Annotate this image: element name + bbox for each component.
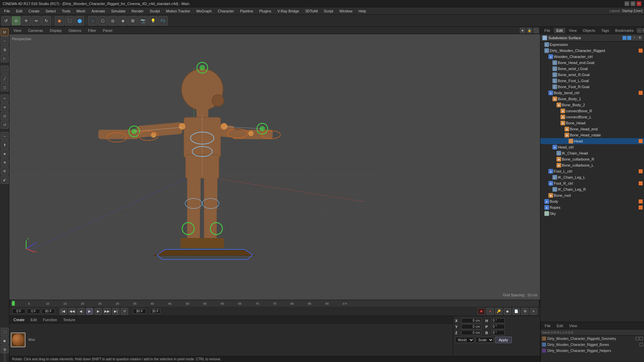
- tree-item-5[interactable]: LBone_wrist_R.Goal: [540, 72, 644, 78]
- tree-item-14[interactable]: ◆Bone_Head_end: [540, 126, 644, 132]
- current-frame-field[interactable]: [27, 309, 40, 314]
- tree-item-0[interactable]: LExpression: [540, 42, 644, 48]
- playback-opts-btn[interactable]: ⚙: [521, 308, 529, 315]
- frame-end-field[interactable]: [42, 309, 55, 314]
- undo-button[interactable]: ↺: [1, 16, 11, 25]
- prev-frame-button[interactable]: ◀◀: [68, 308, 76, 315]
- bridge-tool[interactable]: ⊕: [1, 158, 9, 166]
- material-tool[interactable]: ◉: [1, 337, 9, 345]
- viewport-icon-render[interactable]: ⬛: [533, 28, 539, 33]
- tree-item-7[interactable]: LBone_Foot_R.Goal: [540, 84, 644, 90]
- scene-tab-tags[interactable]: Tags: [599, 28, 612, 33]
- auto-key-btn[interactable]: 🔑: [495, 308, 502, 315]
- scale-dropdown[interactable]: Scale Size: [476, 337, 494, 343]
- menu-script[interactable]: Script: [321, 8, 336, 14]
- tree-item-23[interactable]: ▲Foot_R_ctrl: [540, 180, 644, 186]
- scene-tab-view[interactable]: View: [566, 28, 580, 33]
- tree-item-24[interactable]: LIK_Chain_Leg_R: [540, 186, 644, 192]
- menu-mograph[interactable]: MoGraph: [194, 8, 214, 14]
- tree-item-9[interactable]: ◆Bone_Body_1: [540, 96, 644, 102]
- next-frame-button[interactable]: ▶▶: [103, 308, 111, 315]
- tree-item-2[interactable]: ▲Wooden_Character_ctrl: [540, 54, 644, 60]
- close-button[interactable]: ×: [637, 1, 641, 6]
- scene-tab-bookmarks[interactable]: Bookmarks: [612, 28, 636, 33]
- world-dropdown[interactable]: World Object Local: [455, 337, 474, 343]
- z-position-field[interactable]: [461, 330, 481, 335]
- interactive-render-btn[interactable]: ⬤: [75, 16, 84, 25]
- h-rotation-field[interactable]: [491, 318, 505, 323]
- move-button[interactable]: ✛: [21, 16, 31, 25]
- timeline-opts-btn[interactable]: ≡: [530, 308, 537, 315]
- live-selection-button[interactable]: ⊙: [11, 16, 21, 25]
- menu-animate[interactable]: Animate: [89, 8, 108, 14]
- end-frame-field[interactable]: [133, 309, 146, 314]
- apply-button[interactable]: Apply: [495, 337, 512, 343]
- move-view-tool[interactable]: ✛: [1, 103, 9, 111]
- menu-plugins[interactable]: Plugins: [257, 8, 274, 14]
- bevel-tool[interactable]: ◈: [1, 149, 9, 158]
- tab-function[interactable]: Function: [40, 317, 60, 322]
- menu-window[interactable]: Window: [337, 8, 355, 14]
- tree-item-10[interactable]: ◆Bone_Body_2: [540, 102, 644, 108]
- tab-create[interactable]: Create: [11, 317, 27, 322]
- viewport-icon-center[interactable]: ⊕: [520, 28, 525, 33]
- menu-file[interactable]: File: [1, 8, 13, 14]
- y-position-field[interactable]: [461, 324, 481, 329]
- tree-item-17[interactable]: ▲Head_ctrl: [540, 144, 644, 150]
- scene-panel-minimize[interactable]: —: [637, 28, 642, 33]
- viewport-tab-options[interactable]: Options: [66, 28, 84, 33]
- keyframe-btn[interactable]: ◆: [504, 308, 511, 315]
- python-btn[interactable]: Py: [158, 16, 168, 25]
- paint-tool[interactable]: 🖌: [1, 176, 9, 184]
- obj-item-2[interactable]: Dirty_Wooden_Character_Rigged_Bones: [541, 342, 644, 348]
- tree-item-1[interactable]: LDirty_Wooden_Character_Rigged: [540, 48, 644, 54]
- points-tool[interactable]: ·: [1, 66, 9, 74]
- tree-item-6[interactable]: LBone_Foot_L.Goal: [540, 78, 644, 84]
- scene-tool[interactable]: ⊞: [1, 46, 9, 54]
- texture-tool[interactable]: ⬛: [1, 328, 9, 336]
- record-active-btn[interactable]: ⏺: [478, 308, 485, 315]
- tree-item-8[interactable]: ▲Body_bend_ctrl: [540, 90, 644, 96]
- scale-view-tool[interactable]: ⊡: [1, 112, 9, 120]
- polys-tool[interactable]: ◻: [1, 83, 9, 91]
- deformer-btn[interactable]: ◈: [118, 16, 127, 25]
- selection-tool[interactable]: ⌖: [1, 95, 9, 103]
- viewport-tab-cameras[interactable]: Cameras: [25, 28, 46, 33]
- cube-btn[interactable]: ▪: [88, 16, 97, 25]
- subdivision-surface-row[interactable]: S Subdivision Surface + ⚙: [540, 34, 644, 42]
- tab-texture[interactable]: Texture: [60, 317, 78, 322]
- tree-item-12[interactable]: ◆connectBone_L: [540, 114, 644, 120]
- scene-tab-file[interactable]: File: [542, 28, 553, 33]
- motion-clip-btn[interactable]: 📄: [513, 308, 520, 315]
- obj-item-1[interactable]: Dirty_Wooden_Character_Riggedd_Geometry: [541, 336, 644, 342]
- obj-lower-tab-edit[interactable]: Edit: [554, 323, 566, 328]
- menu-vray[interactable]: V-Ray Bridge: [275, 8, 302, 14]
- effector-btn[interactable]: ⊞: [128, 16, 138, 25]
- frame-start-field[interactable]: 0 F: [12, 309, 25, 314]
- tree-item-28[interactable]: ○Sky: [540, 210, 644, 217]
- next-key-button[interactable]: ▶: [95, 308, 102, 315]
- menu-help[interactable]: Help: [356, 8, 369, 14]
- viewport[interactable]: Z X Y Perspective Grid Spacing : 10 cm: [9, 34, 540, 300]
- animation-tool[interactable]: ▷: [1, 54, 9, 62]
- viewport-tab-filter[interactable]: Filter: [85, 28, 99, 33]
- tree-item-27[interactable]: ▲Ropes: [540, 204, 644, 210]
- go-start-button[interactable]: |◀: [60, 308, 67, 315]
- render-region-btn[interactable]: ⬛: [65, 16, 74, 25]
- tree-item-11[interactable]: ◆connectBone_R: [540, 108, 644, 114]
- menu-create[interactable]: Create: [26, 8, 42, 14]
- viewport-tab-view[interactable]: View: [11, 28, 24, 33]
- menu-render[interactable]: Render: [129, 8, 146, 14]
- p-rotation-field[interactable]: [491, 324, 505, 329]
- extrude-tool[interactable]: ⬆: [1, 141, 9, 149]
- nurbs-btn[interactable]: ⬡: [98, 16, 107, 25]
- tree-item-3[interactable]: LBone_Head_end.Goal: [540, 60, 644, 66]
- tree-item-21[interactable]: ▲Foot_L_ctrl: [540, 168, 644, 174]
- viewport-icon-lock[interactable]: 🔒: [527, 28, 532, 33]
- scene-panel-options[interactable]: ⊞: [642, 28, 644, 33]
- b-rotation-field[interactable]: [491, 330, 505, 335]
- scale-button[interactable]: ⇔: [32, 16, 41, 25]
- tree-item-16[interactable]: □Head: [540, 138, 644, 144]
- tree-item-4[interactable]: LBone_wrist_l.Goal: [540, 66, 644, 72]
- minimize-button[interactable]: —: [625, 1, 629, 6]
